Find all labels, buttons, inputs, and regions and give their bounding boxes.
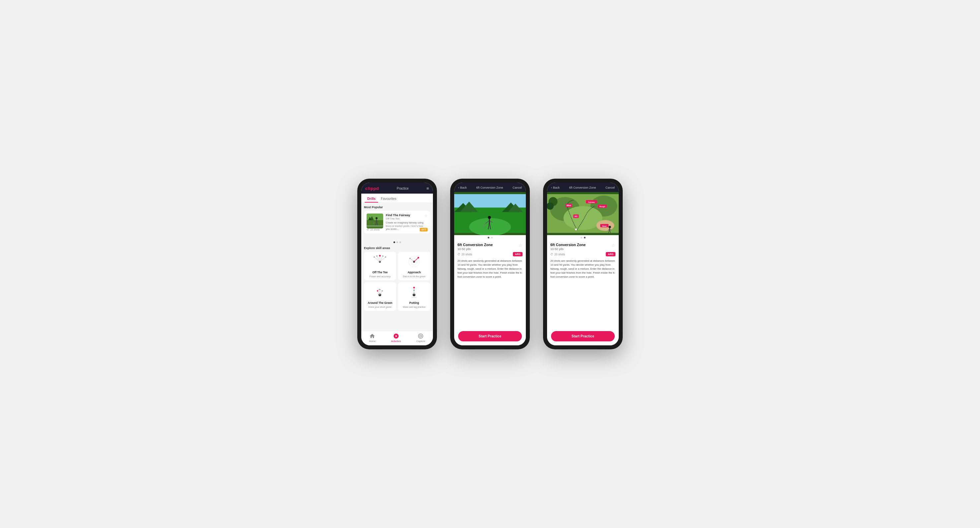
header-title: Practice: [397, 187, 409, 190]
phone-2-header: ‹ Back 6ft Conversion Zone Cancel: [454, 183, 526, 192]
clock-icon-2: ⏱: [458, 253, 460, 256]
tabs-bar: Drills Favourites: [361, 194, 433, 203]
nav-home[interactable]: Home: [369, 333, 375, 343]
atg-icon-area: [371, 285, 389, 300]
svg-rect-50: [489, 219, 490, 224]
explore-label: Explore skill areas: [364, 246, 430, 250]
carousel-dots: [364, 240, 430, 244]
start-practice-button-3[interactable]: Start Practice: [551, 331, 615, 341]
shots-count: ⏱ 20 shots: [458, 253, 472, 256]
back-chevron: ‹: [458, 186, 459, 189]
nav-capture[interactable]: Capture: [416, 333, 425, 343]
svg-point-28: [409, 258, 411, 259]
drill-shots: ⏱ 10 shots: [367, 228, 380, 231]
svg-point-39: [414, 290, 415, 291]
svg-text:Sand: Sand: [602, 225, 606, 227]
featured-drill-card[interactable]: Find The Fairway Off The Tee Create an i…: [364, 211, 430, 233]
start-practice-button[interactable]: Start Practice: [458, 331, 522, 341]
clock-icon: ⏱: [367, 228, 369, 231]
phone-3-header: ‹ Back 6ft Conversion Zone Cancel: [547, 183, 619, 192]
drill-photo: [454, 192, 526, 235]
svg-point-20: [382, 255, 383, 257]
clock-icon-3: ⏱: [550, 253, 554, 256]
phone-1-screen: clippd Practice ≡ Drills Favourites Most…: [361, 183, 433, 345]
shots-row: ⏱ 20 shots ARG: [458, 252, 522, 256]
bottom-nav: Home Activities Capture: [361, 331, 433, 345]
phone-2-screen: ‹ Back 6ft Conversion Zone Cancel: [454, 183, 526, 345]
svg-point-4: [375, 217, 377, 219]
svg-point-49: [488, 216, 491, 219]
most-popular-label: Most Popular: [364, 206, 430, 209]
tab-drills[interactable]: Drills: [364, 196, 378, 203]
phone-2-title: 6ft Conversion Zone: [476, 186, 503, 189]
capture-icon: [418, 333, 424, 339]
drill-tag-2: ARG: [513, 252, 522, 256]
drill-description-2: 20 shots are randomly generated at dista…: [458, 259, 522, 279]
skill-card-atg[interactable]: Around The Green Hone your short game: [364, 282, 396, 311]
svg-point-21: [385, 256, 386, 258]
svg-point-19: [379, 255, 381, 257]
skill-card-approach[interactable]: Approach Dial-in to hit the green: [398, 252, 430, 280]
skill-card-ott[interactable]: Off The Tee Power and accuracy: [364, 252, 396, 280]
skill-grid: Off The Tee Power and accuracy: [364, 252, 430, 311]
skill-putting-desc: Make and lag practice: [403, 306, 425, 308]
app-logo: clippd: [365, 186, 379, 191]
phone-3: ‹ Back 6ft Conversion Zone Cancel: [543, 179, 623, 349]
ott-icon-area: [371, 254, 389, 269]
skill-card-putting[interactable]: Putting Make and lag practice: [398, 282, 430, 311]
tab-favourites[interactable]: Favourites: [378, 196, 399, 203]
drill-description-3: 20 shots are randomly generated at dista…: [550, 259, 616, 279]
drill-title: 6ft Conversion Zone: [458, 243, 493, 247]
svg-text:Hit: Hit: [574, 215, 578, 217]
phone-2-body: 6ft Conversion Zone 10-50 yds ☆ ⏱ 20 sho…: [454, 239, 526, 329]
ott-icon: [371, 254, 389, 269]
back-button-3[interactable]: ‹ Back: [551, 186, 560, 189]
back-chevron-3: ‹: [551, 186, 552, 189]
image-dots-3: [547, 235, 619, 239]
phone-1-content: Most Popular: [361, 203, 433, 331]
svg-rect-5: [376, 219, 377, 222]
phone-1-header: clippd Practice ≡: [361, 183, 433, 194]
nav-home-label: Home: [369, 340, 375, 343]
activities-icon: [393, 333, 399, 339]
drill-name: Find The Fairway: [386, 214, 428, 217]
svg-point-38: [414, 287, 415, 289]
svg-text:Miss: Miss: [566, 204, 571, 207]
phone-3-body: 6ft Conversion Zone 10-50 yds ☆ ⏱ 20 sho…: [547, 239, 619, 329]
putting-icon-area: [405, 285, 423, 300]
svg-point-40: [414, 292, 415, 293]
img-dot-1: [488, 237, 489, 238]
skill-atg-name: Around The Green: [368, 301, 393, 305]
atg-icon: [371, 285, 389, 300]
favourite-icon-2[interactable]: ☆: [519, 243, 522, 248]
phone-3-footer: Start Practice: [547, 329, 619, 345]
favourite-icon[interactable]: ☆: [424, 214, 428, 218]
approach-icon: [405, 254, 423, 269]
skill-ott-name: Off The Tee: [372, 271, 388, 274]
skill-approach-name: Approach: [408, 271, 421, 274]
cancel-button-3[interactable]: Cancel: [605, 186, 615, 189]
cancel-button[interactable]: Cancel: [512, 186, 522, 189]
svg-text:Rough: Rough: [600, 206, 605, 207]
golf-photo-svg: [454, 192, 526, 235]
img-dot-2: [491, 237, 493, 238]
drill-tag: OTT: [420, 228, 428, 231]
favourite-icon-3[interactable]: ☆: [611, 243, 616, 248]
phone-2-footer: Start Practice: [454, 329, 526, 345]
nav-activities[interactable]: Activities: [391, 333, 401, 343]
menu-icon[interactable]: ≡: [426, 186, 429, 191]
phone-3-title: 6ft Conversion Zone: [569, 186, 596, 189]
nav-activities-label: Activities: [391, 340, 401, 343]
svg-line-13: [377, 256, 380, 262]
svg-line-15: [380, 256, 383, 262]
svg-point-18: [376, 255, 377, 257]
drill-tag-3: ARG: [606, 252, 616, 256]
svg-point-17: [374, 256, 375, 258]
golf-map-svg: Hit Miss Fairway Rough Sand: [547, 192, 619, 235]
svg-rect-74: [609, 228, 610, 231]
back-button[interactable]: ‹ Back: [458, 186, 467, 189]
drill-category: Off The Tee: [386, 217, 428, 220]
skill-atg-desc: Hone your short game: [369, 306, 391, 308]
phone-3-screen: ‹ Back 6ft Conversion Zone Cancel: [547, 183, 619, 345]
nav-capture-label: Capture: [416, 340, 425, 343]
